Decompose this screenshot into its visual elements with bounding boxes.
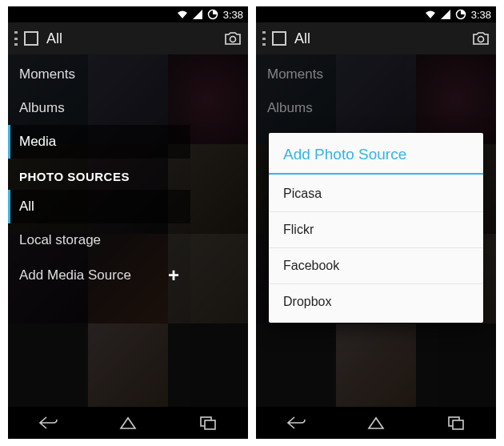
app-header: All xyxy=(256,22,496,54)
status-time: 3:38 xyxy=(471,9,491,21)
drawer-item-albums[interactable]: Albums xyxy=(8,91,190,125)
header-title: All xyxy=(46,30,224,47)
signal-icon xyxy=(441,10,450,19)
dialog-title: Add Photo Source xyxy=(269,133,483,173)
select-all-checkbox[interactable] xyxy=(24,31,38,46)
status-bar: 3:38 xyxy=(256,6,496,22)
drawer-add-media-source[interactable]: Add Media Source + xyxy=(8,257,190,294)
camera-icon[interactable] xyxy=(224,31,242,46)
drawer-item-moments: Moments xyxy=(256,58,438,91)
svg-rect-7 xyxy=(453,420,463,429)
add-photo-source-dialog: Add Photo Source Picasa Flickr Facebook … xyxy=(269,133,483,323)
menu-icon[interactable] xyxy=(262,31,266,46)
drawer-item-media[interactable]: Media xyxy=(8,125,190,159)
drawer-item-moments[interactable]: Moments xyxy=(8,58,190,91)
android-nav-bar xyxy=(256,407,496,439)
back-button[interactable] xyxy=(24,412,72,434)
home-button[interactable] xyxy=(352,412,400,434)
plus-icon: + xyxy=(168,266,179,285)
drawer-source-all[interactable]: All xyxy=(8,190,190,223)
back-button[interactable] xyxy=(272,412,320,434)
svg-point-1 xyxy=(230,37,236,42)
menu-icon[interactable] xyxy=(14,31,18,46)
select-all-checkbox[interactable] xyxy=(272,31,286,46)
header-title: All xyxy=(294,30,472,47)
recent-apps-button[interactable] xyxy=(184,412,232,434)
dialog-option-dropbox[interactable]: Dropbox xyxy=(269,284,483,319)
app-header: All xyxy=(8,22,248,54)
status-time: 3:38 xyxy=(223,9,243,21)
camera-icon[interactable] xyxy=(472,31,490,46)
signal-icon xyxy=(193,10,202,19)
dialog-option-picasa[interactable]: Picasa xyxy=(269,176,483,212)
content-area: Moments Albums Add Photo Source Picasa F… xyxy=(256,54,496,407)
drawer-add-label: Add Media Source xyxy=(19,267,131,283)
dialog-separator xyxy=(269,173,483,175)
drawer-item-albums: Albums xyxy=(256,91,438,125)
drawer-source-local[interactable]: Local storage xyxy=(8,223,190,257)
battery-icon xyxy=(455,9,466,20)
dialog-option-facebook[interactable]: Facebook xyxy=(269,248,483,284)
android-nav-bar xyxy=(8,407,248,439)
wifi-icon xyxy=(425,10,436,19)
home-button[interactable] xyxy=(104,412,152,434)
wifi-icon xyxy=(177,10,188,19)
content-area: Moments Albums Media PHOTO SOURCES All L… xyxy=(8,54,248,407)
svg-rect-3 xyxy=(205,420,215,429)
phone-screenshot-left: 3:38 All xyxy=(8,6,248,439)
battery-icon xyxy=(207,9,218,20)
status-bar: 3:38 xyxy=(8,6,248,22)
svg-point-5 xyxy=(478,37,484,42)
drawer-section-photo-sources: PHOTO SOURCES xyxy=(8,159,190,190)
dialog-option-flickr[interactable]: Flickr xyxy=(269,212,483,248)
navigation-drawer: Moments Albums Media PHOTO SOURCES All L… xyxy=(8,54,190,407)
recent-apps-button[interactable] xyxy=(432,412,480,434)
phone-screenshot-right: 3:38 All xyxy=(256,6,496,439)
